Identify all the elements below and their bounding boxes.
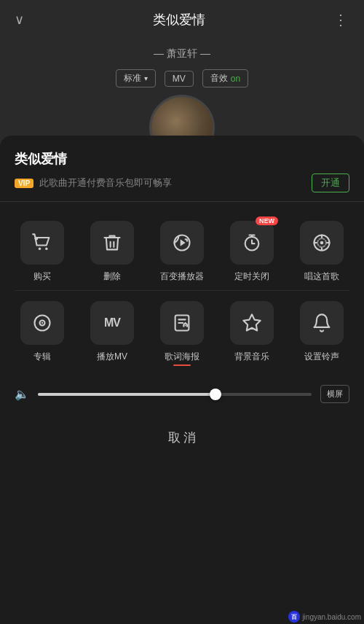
bottom-sheet: 类似爱情 VIP 此歌曲开通付费音乐包即可畅享 开通 购买 xyxy=(0,136,364,624)
mv-text-icon: MV xyxy=(104,316,120,329)
bgmusic-label: 背景音乐 xyxy=(234,351,269,363)
row-divider xyxy=(15,290,349,291)
svg-point-1 xyxy=(45,247,48,250)
buy-icon-wrap xyxy=(20,221,64,265)
action-album[interactable]: 专辑 xyxy=(13,301,71,366)
baidu-logo: 百 xyxy=(288,611,300,623)
open-vip-button[interactable]: 开通 xyxy=(312,173,349,192)
babian-icon xyxy=(172,233,192,253)
delete-icon-wrap xyxy=(90,221,134,265)
delete-label: 删除 xyxy=(103,270,121,283)
artist-name: — 萧亚轩 — xyxy=(154,47,210,61)
song-info-section: 类似爱情 VIP 此歌曲开通付费音乐包即可畅享 开通 xyxy=(0,150,364,201)
lyrics-icon xyxy=(172,313,192,333)
svg-point-8 xyxy=(320,241,324,245)
playmv-label: 播放MV xyxy=(97,351,127,363)
svg-marker-13 xyxy=(243,314,260,330)
vip-badge: VIP xyxy=(15,179,33,188)
lyrics-label: 歌词海报 xyxy=(165,351,199,366)
babian-icon-wrap xyxy=(160,221,204,265)
action-bgmusic[interactable]: 背景音乐 xyxy=(223,301,281,366)
cart-icon xyxy=(32,233,52,253)
bgmusic-icon-wrap xyxy=(230,301,274,345)
timer-icon-wrap: NEW xyxy=(230,221,274,265)
lyrics-icon-wrap xyxy=(160,301,204,345)
buy-label: 购买 xyxy=(33,270,51,283)
action-buy[interactable]: 购买 xyxy=(13,221,71,283)
action-row-1: 购买 删除 xyxy=(0,214,364,287)
album-icon xyxy=(32,313,52,333)
volume-section: 🔈 横屏 xyxy=(0,373,364,415)
sing-icon xyxy=(312,233,332,253)
svg-point-0 xyxy=(39,247,41,250)
cancel-section: 取 消 xyxy=(0,415,364,461)
action-playmv[interactable]: MV 播放MV xyxy=(83,301,141,366)
song-title-main: 类似爱情 xyxy=(15,150,349,168)
bell-icon xyxy=(312,313,332,333)
svg-point-2 xyxy=(35,237,39,241)
effect-btn[interactable]: 音效on xyxy=(202,69,248,87)
mv-btn[interactable]: MV xyxy=(165,71,194,87)
ringtone-label: 设置铃声 xyxy=(304,351,339,363)
ringtone-icon-wrap xyxy=(300,301,344,345)
svg-point-11 xyxy=(41,322,43,324)
album-icon-wrap xyxy=(20,301,64,345)
sing-icon-wrap xyxy=(300,221,344,265)
vip-description: 此歌曲开通付费音乐包即可畅享 xyxy=(39,176,172,190)
landscape-button[interactable]: 横屏 xyxy=(320,385,349,403)
section-divider xyxy=(0,201,364,202)
action-babian[interactable]: 百变播放器 xyxy=(153,221,211,283)
action-sing[interactable]: 唱这首歌 xyxy=(293,221,351,283)
player-header: ∨ 类似爱情 ⋮ — 萧亚轩 — 标准 ▾ MV 音效on xyxy=(0,0,364,146)
more-icon[interactable]: ⋮ xyxy=(333,11,349,28)
new-badge: NEW xyxy=(256,217,278,225)
volume-icon: 🔈 xyxy=(15,387,29,401)
standard-btn[interactable]: 标准 ▾ xyxy=(116,69,156,87)
album-label: 专辑 xyxy=(33,351,51,363)
timer-icon xyxy=(242,233,262,253)
sing-label: 唱这首歌 xyxy=(304,270,339,283)
action-timer[interactable]: NEW 定时关闭 xyxy=(223,221,281,283)
playmv-icon-wrap: MV xyxy=(90,301,134,345)
slider-thumb[interactable] xyxy=(210,389,221,400)
top-nav: ∨ 类似爱情 ⋮ xyxy=(0,11,364,28)
babian-label: 百变播放器 xyxy=(160,270,204,283)
song-title-header: 类似爱情 xyxy=(153,11,205,28)
trash-icon xyxy=(102,233,122,253)
timer-label: 定时关闭 xyxy=(234,270,269,283)
action-delete[interactable]: 删除 xyxy=(83,221,141,283)
action-lyrics[interactable]: 歌词海报 xyxy=(153,301,211,366)
action-ringtone[interactable]: 设置铃声 xyxy=(293,301,351,366)
cancel-button[interactable]: 取 消 xyxy=(139,424,226,452)
volume-slider[interactable] xyxy=(38,393,312,396)
playback-controls: 标准 ▾ MV 音效on xyxy=(116,69,248,87)
action-row-2: 专辑 MV 播放MV 歌词海报 xyxy=(0,294,364,370)
chevron-down-icon[interactable]: ∨ xyxy=(15,12,24,28)
vip-row: VIP 此歌曲开通付费音乐包即可畅享 开通 xyxy=(15,173,349,192)
svg-marker-4 xyxy=(181,239,186,246)
volume-fill xyxy=(38,393,215,396)
star-icon xyxy=(242,313,262,333)
watermark: 百 jingyan.baidu.com xyxy=(288,611,361,623)
watermark-text: jingyan.baidu.com xyxy=(302,613,361,621)
